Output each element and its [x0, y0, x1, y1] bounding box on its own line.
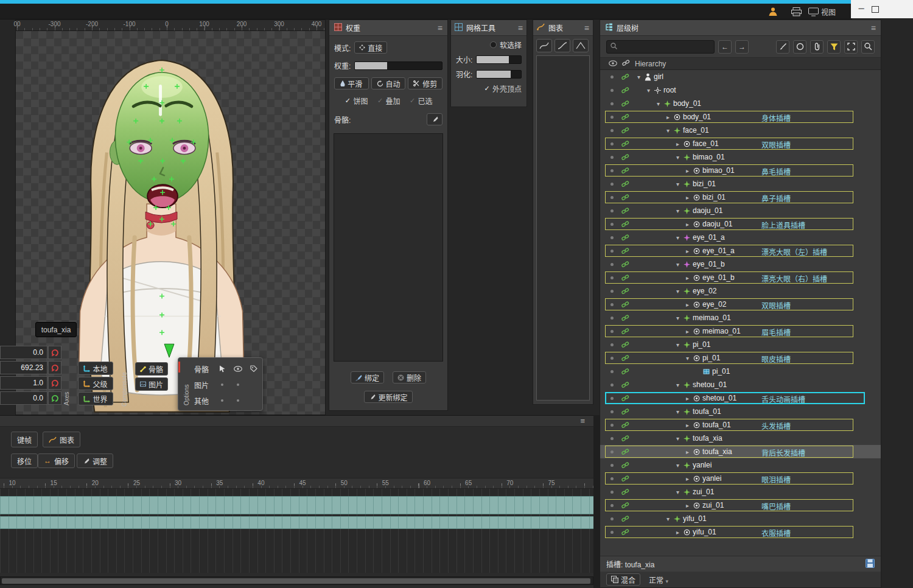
- character-artwork[interactable]: [16, 31, 325, 415]
- shift-button[interactable]: 移位: [11, 453, 38, 468]
- chevron-right-icon[interactable]: ▸: [684, 194, 691, 201]
- option-toggle[interactable]: [215, 399, 229, 402]
- chevron-down-icon[interactable]: ▾: [674, 315, 681, 321]
- chevron-down-icon[interactable]: ▾: [684, 355, 691, 362]
- tree-row-eye_01_b[interactable]: ▾eye_01_b: [600, 257, 881, 271]
- search-input[interactable]: [620, 43, 710, 51]
- user-icon[interactable]: [768, 5, 778, 18]
- tree-row-yifu_01[interactable]: ▾yifu_01: [600, 512, 881, 525]
- tree-row-toufa_xia[interactable]: ▸toufa_xia背后长发插槽: [600, 445, 881, 458]
- visibility-dot[interactable]: [610, 102, 614, 105]
- size-slider[interactable]: [476, 55, 522, 64]
- soft-select-toggle[interactable]: [490, 41, 497, 48]
- visibility-dot[interactable]: [610, 383, 614, 387]
- curve-tool-icon[interactable]: [573, 39, 589, 52]
- chevron-down-icon[interactable]: ▾: [674, 261, 681, 268]
- minimize-button[interactable]: ─: [857, 5, 866, 13]
- axes-button-2[interactable]: 父级: [78, 377, 113, 390]
- link-icon[interactable]: [621, 87, 629, 94]
- tree-row-shetou_01[interactable]: ▾shetou_01: [600, 378, 881, 391]
- chevron-down-icon[interactable]: ▾: [674, 489, 681, 495]
- history-forward-button[interactable]: →: [735, 40, 749, 54]
- panel-divider[interactable]: [593, 415, 600, 588]
- chevron-down-icon[interactable]: ▾: [674, 288, 681, 295]
- chevron-right-icon[interactable]: ▸: [684, 449, 691, 455]
- chevron-down-icon[interactable]: ▾: [674, 341, 681, 348]
- panel-menu-icon[interactable]: ≡: [584, 23, 589, 33]
- timeline-grip[interactable]: ≡: [0, 416, 593, 427]
- link-icon[interactable]: [621, 382, 629, 388]
- tree-row-body_01[interactable]: ▸body_01身体插槽: [600, 110, 881, 124]
- visibility-dot[interactable]: [610, 317, 614, 320]
- visibility-dot[interactable]: [610, 343, 614, 346]
- chevron-right-icon[interactable]: ▸: [684, 221, 691, 228]
- tree-row-yifu_01[interactable]: ▸yifu_01衣服插槽: [600, 525, 881, 539]
- expand-icon[interactable]: [844, 40, 858, 54]
- adjust-button[interactable]: 调整: [77, 453, 113, 468]
- link-icon[interactable]: [621, 288, 629, 295]
- tree-row-shetou_01[interactable]: ▸shetou_01舌头动画插槽: [600, 391, 881, 405]
- tab-graph[interactable]: 图表: [43, 432, 80, 447]
- key-toggle-icon[interactable]: [48, 346, 61, 359]
- key-toggle-icon[interactable]: [48, 361, 61, 374]
- transform-value-field[interactable]: 0.0: [0, 391, 47, 405]
- link-icon[interactable]: [621, 181, 629, 187]
- timeline-scrollbar[interactable]: [0, 576, 593, 585]
- chevron-right-icon[interactable]: ▸: [665, 114, 671, 121]
- printer-icon[interactable]: [791, 5, 802, 18]
- view-monitor-icon[interactable]: [808, 5, 819, 18]
- auto-button[interactable]: 自动: [371, 77, 406, 89]
- update-bind-button[interactable]: 更新绑定: [364, 391, 412, 403]
- pie-checkbox[interactable]: ✓饼图: [344, 96, 368, 106]
- tree-row-meimao_01[interactable]: ▸meimao_01眉毛插槽: [600, 324, 881, 338]
- chevron-down-icon[interactable]: ▾: [655, 100, 662, 107]
- tree-row-bimao_01[interactable]: ▸bimao_01鼻毛插槽: [600, 164, 881, 177]
- chevron-down-icon[interactable]: ▾: [674, 154, 681, 161]
- curve-tool-icon[interactable]: [554, 39, 570, 52]
- chevron-right-icon[interactable]: ▸: [684, 301, 691, 308]
- link-icon[interactable]: [621, 341, 629, 348]
- bone-weight-list[interactable]: [334, 133, 443, 362]
- tree-row-meimao_01[interactable]: ▾meimao_01: [600, 311, 881, 324]
- save-icon[interactable]: [866, 559, 875, 570]
- tree-row-zui_01[interactable]: ▾zui_01: [600, 485, 881, 499]
- tree-row-eye_01_a[interactable]: ▸eye_01_a漂亮大眼（左）插槽: [600, 244, 881, 257]
- chevron-right-icon[interactable]: ▸: [684, 395, 691, 402]
- link-icon[interactable]: [621, 368, 629, 375]
- link-icon[interactable]: [621, 208, 629, 214]
- tree-row-eye_02[interactable]: ▸eye_02双眼插槽: [600, 298, 881, 311]
- chevron-down-icon[interactable]: ▾: [674, 208, 681, 214]
- keyframe-track[interactable]: [0, 496, 593, 514]
- visibility-dot[interactable]: [610, 156, 614, 159]
- eye-icon[interactable]: [231, 366, 245, 372]
- hull-checkbox[interactable]: ✓外壳顶点: [483, 83, 522, 94]
- trim-button[interactable]: 修剪: [408, 77, 443, 89]
- lasso-icon[interactable]: [793, 40, 806, 54]
- tree-row-face_01[interactable]: ▸face_01双眼插槽: [600, 137, 881, 150]
- visibility-dot[interactable]: [610, 370, 614, 373]
- timeline-scrollbar-thumb[interactable]: [2, 578, 590, 584]
- paperclip-icon[interactable]: [810, 40, 824, 54]
- bind-button[interactable]: 绑定: [351, 371, 384, 383]
- overlay-checkbox[interactable]: ✓叠加: [376, 96, 400, 106]
- mode-button[interactable]: 直接: [354, 41, 387, 54]
- link-icon[interactable]: [621, 489, 629, 495]
- visibility-dot[interactable]: [610, 491, 614, 494]
- visibility-dot[interactable]: [610, 183, 614, 186]
- chevron-right-icon[interactable]: ▸: [674, 529, 681, 536]
- tree-row-eye_01_a[interactable]: ▾eye_01_a: [600, 231, 881, 244]
- link-icon[interactable]: [621, 261, 629, 268]
- visibility-dot[interactable]: [610, 89, 614, 92]
- chevron-right-icon[interactable]: ▸: [684, 502, 691, 509]
- link-icon[interactable]: [621, 462, 629, 469]
- link-icon[interactable]: [621, 154, 629, 161]
- panel-menu-icon[interactable]: ≡: [518, 23, 523, 33]
- tree-row-daoju_01[interactable]: ▸daoju_01脸上道具插槽: [600, 217, 881, 231]
- chevron-down-icon[interactable]: ▾: [665, 127, 671, 134]
- visibility-dot[interactable]: [610, 464, 614, 467]
- link-icon[interactable]: [621, 408, 629, 415]
- transform-value-field[interactable]: 1.0: [0, 376, 47, 390]
- key-toggle-icon[interactable]: [48, 391, 61, 405]
- chevron-right-icon[interactable]: ▸: [684, 248, 691, 254]
- compensate-button-1[interactable]: 骨骼: [135, 362, 168, 376]
